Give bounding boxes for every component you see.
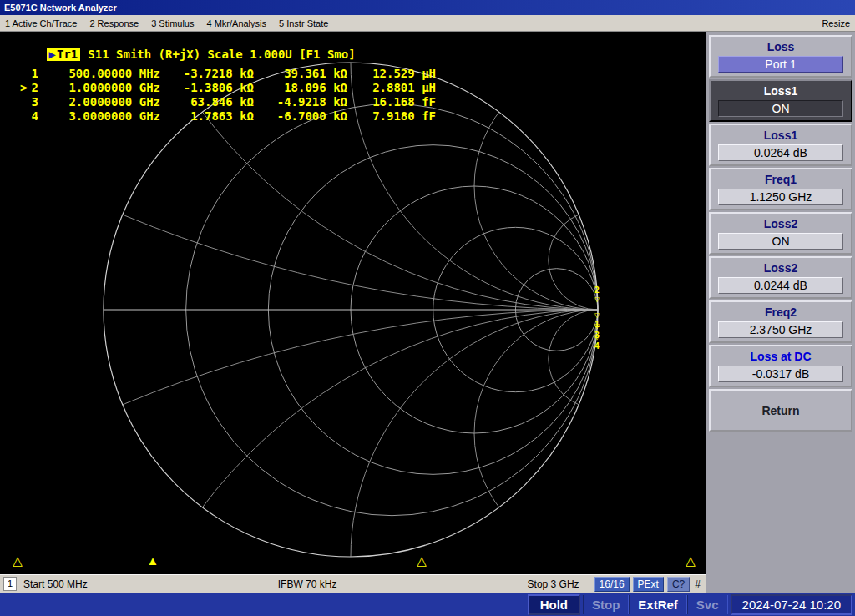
marker-4-equiv: 7.9180 fF: [347, 109, 436, 124]
softkey-value: ON: [718, 100, 843, 117]
trace-label: Tr1: [57, 48, 78, 61]
softkey-label: Freq1: [765, 173, 797, 186]
softkey-menu: LossPort 1Loss1ONLoss10.0264 dBFreq11.12…: [706, 32, 855, 593]
softkey-loss1-2[interactable]: Loss1ON: [709, 79, 852, 122]
marker-4-n: 4: [28, 109, 38, 124]
active-trace-arrow-icon: ▶: [49, 48, 56, 61]
softkey-label: Loss2: [764, 261, 797, 275]
marker-triangle-icon: ▽: [594, 332, 600, 341]
stimulus-marker-3: △: [414, 554, 429, 568]
marker-2-n: 2: [28, 81, 38, 95]
softkey-label: Loss at DC: [750, 350, 811, 363]
status-chip-: #: [693, 578, 702, 591]
marker-1-freq: 500.00000 MHz: [38, 67, 160, 81]
softkey-label: Loss: [767, 40, 795, 53]
menu-item-5-instr-state[interactable]: 5 Instr State: [279, 18, 328, 28]
softkey-loss2-5[interactable]: Loss2ON: [709, 212, 852, 255]
menu-item-3-stimulus[interactable]: 3 Stimulus: [151, 18, 194, 28]
marker-number-4: 4: [594, 341, 600, 351]
menu-item-4-mkr-analysis[interactable]: 4 Mkr/Analysis: [206, 18, 266, 28]
softkey-value: -0.0317 dB: [718, 366, 843, 382]
softkey-label: Loss1: [764, 84, 797, 98]
status-chips: 16/16PExtC?#: [594, 577, 702, 592]
graph-area: ▶Tr1S11 Smith (R+jX) Scale 1.000U [F1 Sm…: [0, 32, 706, 574]
softkey-value: ON: [718, 233, 843, 250]
marker-row-1: 1500.00000 MHz-3.7218 kΩ39.361 kΩ12.529 …: [20, 67, 436, 81]
menu-items: 1 Active Ch/Trace2 Response3 Stimulus4 M…: [5, 18, 328, 28]
softkey-label: Return: [761, 404, 799, 417]
resize-button[interactable]: Resize: [822, 18, 850, 28]
softkey-value: 0.0244 dB: [718, 277, 843, 294]
softkey-label: Freq2: [765, 305, 797, 319]
window-title: E5071C Network Analyzer: [4, 3, 117, 13]
sweep-stop: Stop 3 GHz: [528, 578, 579, 590]
softkey-freq2-7[interactable]: Freq22.3750 GHz: [709, 300, 852, 343]
marker-row-4: 43.0000000 GHz1.7863 kΩ-6.7000 kΩ7.9180 …: [20, 109, 436, 124]
marker-triangle-icon: ▽: [594, 295, 600, 304]
marker-number-2: 2: [594, 285, 600, 295]
marker-4-real: 1.7863 kΩ: [160, 109, 254, 124]
softkey-loss-1[interactable]: LossPort 1: [709, 35, 852, 78]
instrument-status-bar: Hold Stop ExtRef Svc 2024-07-24 10:20: [0, 593, 855, 616]
softkey-freq1-4[interactable]: Freq11.1250 GHz: [709, 168, 852, 210]
chart-marker-4: ▽4: [591, 332, 603, 351]
marker-2-imag: 18.096 kΩ: [254, 81, 347, 95]
marker-4-freq: 3.0000000 GHz: [38, 109, 160, 124]
marker-1-equiv: 12.529 μH: [347, 67, 436, 81]
marker-3-equiv: 16.168 fF: [347, 95, 436, 109]
marker-1-sel: [20, 67, 28, 81]
marker-3-imag: -4.9218 kΩ: [254, 95, 347, 109]
e5071c-screen: E5071C Network Analyzer 1 Active Ch/Trac…: [0, 0, 855, 616]
softkey-loss-at-dc-8[interactable]: Loss at DC-0.0317 dB: [709, 345, 852, 387]
softkey-return-9[interactable]: Return: [709, 389, 852, 432]
stimulus-marker-1: △: [10, 554, 25, 568]
stop-indicator: Stop: [583, 595, 629, 614]
trace-badge[interactable]: ▶Tr1: [47, 48, 81, 61]
marker-2-sel: >: [20, 81, 28, 95]
softkey-value: 0.0264 dB: [718, 144, 843, 161]
sweep-start: Start 500 MHz: [23, 578, 88, 590]
menu-item-2-response[interactable]: 2 Response: [89, 18, 139, 28]
softkey-loss1-3[interactable]: Loss10.0264 dB: [709, 124, 852, 166]
stimulus-marker-4: △: [683, 554, 698, 568]
ifbw-readout: IFBW 70 kHz: [278, 578, 337, 590]
status-chip-c: C?: [667, 577, 690, 592]
status-bar: 1 Start 500 MHz IFBW 70 kHz Stop 3 GHz 1…: [0, 574, 706, 593]
marker-triangle-icon: ▽: [594, 311, 600, 320]
marker-4-imag: -6.7000 kΩ: [254, 109, 347, 124]
title-bar: E5071C Network Analyzer: [0, 0, 855, 15]
marker-row-3: 32.0000000 GHz63.846 kΩ-4.9218 kΩ16.168 …: [20, 95, 436, 109]
marker-triangle-icon: ▽: [594, 321, 600, 331]
clock: 2024-07-24 10:20: [731, 594, 852, 615]
marker-3-freq: 2.0000000 GHz: [38, 95, 160, 109]
marker-2-freq: 1.0000000 GHz: [38, 81, 160, 95]
chart-marker-2: 2▽: [591, 285, 603, 304]
marker-3-real: 63.846 kΩ: [160, 95, 254, 109]
softkey-label: Loss1: [764, 129, 797, 142]
marker-1-real: -3.7218 kΩ: [160, 67, 254, 81]
status-chip-16-16: 16/16: [594, 577, 630, 592]
softkey-value: 1.1250 GHz: [718, 189, 843, 205]
extref-indicator: ExtRef: [629, 595, 687, 614]
hold-button[interactable]: Hold: [528, 594, 580, 615]
marker-row-2: >21.0000000 GHz-1.3806 kΩ18.096 kΩ2.8801…: [20, 81, 436, 95]
marker-3-n: 3: [28, 95, 38, 109]
menu-bar: 1 Active Ch/Trace2 Response3 Stimulus4 M…: [0, 15, 855, 32]
marker-4-sel: [20, 109, 28, 124]
stimulus-marker-2: ▲: [145, 554, 160, 568]
marker-table: 1500.00000 MHz-3.7218 kΩ39.361 kΩ12.529 …: [20, 67, 436, 124]
trace-settings: S11 Smith (R+jX) Scale 1.000U [F1 Smo]: [88, 48, 355, 61]
softkey-label: Loss2: [764, 217, 797, 230]
marker-1-imag: 39.361 kΩ: [254, 67, 347, 81]
softkey-loss2-6[interactable]: Loss20.0244 dB: [709, 256, 852, 299]
marker-2-equiv: 2.8801 μH: [347, 81, 436, 95]
menu-item-1-active-ch-trace[interactable]: 1 Active Ch/Trace: [5, 18, 77, 28]
channel-number: 1: [3, 577, 17, 591]
svc-indicator: Svc: [687, 595, 728, 614]
softkey-value: 2.3750 GHz: [718, 321, 843, 338]
marker-3-sel: [20, 95, 28, 109]
marker-1-n: 1: [28, 67, 38, 81]
status-chip-pext: PExt: [633, 577, 664, 592]
marker-2-real: -1.3806 kΩ: [160, 81, 254, 95]
softkey-value: Port 1: [718, 56, 843, 73]
